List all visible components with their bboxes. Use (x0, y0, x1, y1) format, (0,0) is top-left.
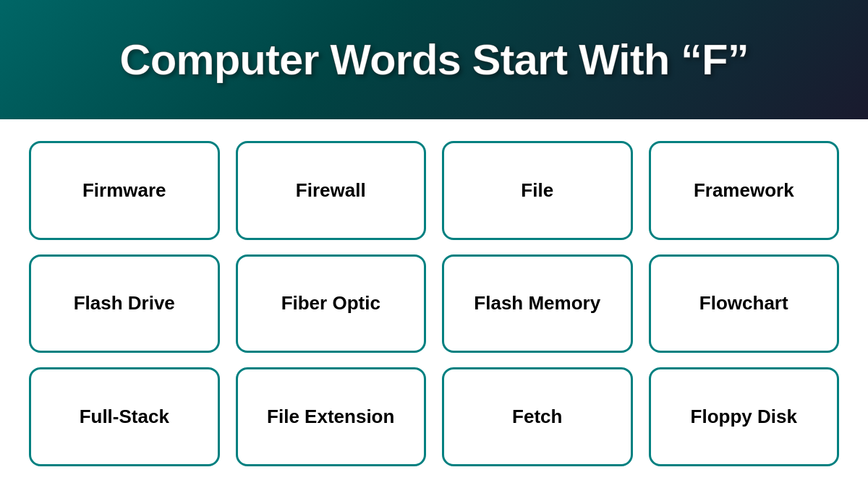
grid-row-1: Firmware Firewall File Framework (29, 141, 839, 240)
grid-row-3: Full-Stack File Extension Fetch Floppy D… (29, 367, 839, 466)
grid-row-2: Flash Drive Fiber Optic Flash Memory Flo… (29, 254, 839, 354)
card-floppy-disk: Floppy Disk (649, 367, 840, 466)
card-flowchart: Flowchart (649, 254, 840, 354)
page-header: Computer Words Start With “F” (0, 0, 868, 119)
card-firewall: Firewall (236, 141, 427, 240)
card-flash-drive: Flash Drive (29, 254, 220, 354)
card-fetch: Fetch (442, 367, 633, 466)
card-firmware: Firmware (29, 141, 220, 240)
page-title: Computer Words Start With “F” (119, 35, 748, 85)
cards-content: Firmware Firewall File Framework Flash D… (0, 119, 868, 488)
card-framework: Framework (649, 141, 840, 240)
card-fiber-optic: Fiber Optic (236, 254, 427, 354)
card-full-stack: Full-Stack (29, 367, 220, 466)
card-file-extension: File Extension (236, 367, 427, 466)
card-flash-memory: Flash Memory (442, 254, 633, 354)
card-file: File (442, 141, 633, 240)
